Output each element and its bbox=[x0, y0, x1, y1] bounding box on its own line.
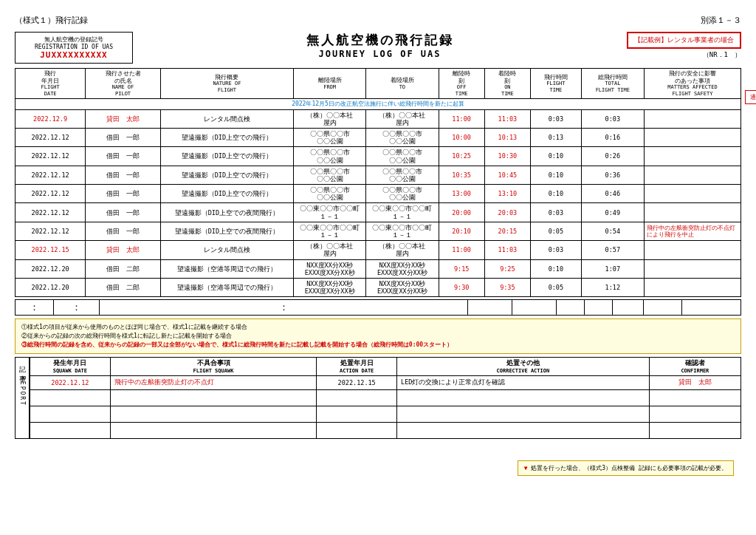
cell-nature: 望遠撮影（DID上空での飛行） bbox=[160, 128, 293, 146]
cell-safety bbox=[644, 203, 740, 222]
cell-on-time: 10:45 bbox=[484, 166, 530, 184]
table-row: 2022.12.20借田 二郎望遠撮影（空港等周辺での飛行）NXX度XX分XX秒… bbox=[16, 278, 741, 296]
cell-from: 〇〇東〇〇市〇〇町 １－１ bbox=[293, 222, 365, 240]
table-row: 2022.12.12借田 一郎望遠撮影（DID上空での夜間飛行）〇〇東〇〇市〇〇… bbox=[16, 203, 741, 222]
cell-pilot: 借田 一郎 bbox=[86, 147, 161, 166]
cell-nature: 望遠撮影（DID上空での夜間飛行） bbox=[160, 203, 293, 222]
cell-total-time: 0:03 bbox=[581, 109, 644, 128]
notice-text: 2022年12月5日の改正航空法施行に伴い総飛行時間を新たに起算 bbox=[16, 98, 741, 109]
cell-pilot: 借田 一郎 bbox=[86, 222, 161, 240]
cell-flight-time: 0:03 bbox=[530, 241, 581, 259]
cell-flight-time: 0:05 bbox=[530, 222, 581, 240]
cell-flight-time: 0:05 bbox=[530, 278, 581, 296]
cell-total-time: 0:26 bbox=[581, 147, 644, 166]
cell-to: 〇〇県〇〇市 〇〇公園 bbox=[366, 147, 439, 166]
header-date: 飛行年月日 FLIGHTDATE bbox=[16, 69, 86, 99]
cell-on-time: 10:13 bbox=[484, 128, 530, 146]
table-row: 2022.12.12借田 一郎望遠撮影（DID上空での飛行）〇〇県〇〇市 〇〇公… bbox=[16, 166, 741, 184]
cell-on-time: 20:15 bbox=[484, 222, 530, 240]
cell-date: 2022.12.9 bbox=[16, 109, 86, 128]
report-note-arrow: ▼ bbox=[524, 465, 528, 471]
cell-off-time: 10:00 bbox=[439, 128, 484, 146]
cell-off-time: 10:25 bbox=[439, 147, 484, 166]
cell-from: 〇〇県〇〇市 〇〇公園 bbox=[293, 185, 365, 203]
header-to: 着陸場所 TO bbox=[366, 69, 439, 99]
cell-pilot: 借田 一郎 bbox=[86, 185, 161, 203]
page-header: （様式１）飛行記録 別添１－３ bbox=[15, 15, 741, 26]
cell-on-time: 10:30 bbox=[484, 147, 530, 166]
registration-box: 無人航空機の登録記号 REGISTRATION ID OF UAS JUXXXX… bbox=[15, 32, 133, 64]
report-empty-row bbox=[30, 389, 741, 406]
cell-off-time: 11:00 bbox=[439, 109, 484, 128]
bottom-note-line3: ③総飛行時間の記録を含め、従来からの記録の一部又は全部がない場合で、様式1に総飛… bbox=[21, 341, 735, 350]
nr-text: （NR．1 ） bbox=[703, 50, 741, 60]
cell-on-time: 9:25 bbox=[484, 259, 530, 278]
report-header-confirmer: 確認者 CONFIRMER bbox=[649, 357, 740, 375]
table-row: 2022.12.15貸田 太郎レンタル間点検（株）〇〇本社 屋内（株）〇〇本社 … bbox=[16, 241, 741, 259]
cell-safety bbox=[644, 278, 740, 296]
report-cell-corrective: LED灯の交換により正常点灯を確認 bbox=[397, 375, 650, 389]
cell-on-time: 13:10 bbox=[484, 185, 530, 203]
flight-log-table: 飛行年月日 FLIGHTDATE 飛行させた者の氏名 NAME OFPILOT … bbox=[15, 68, 741, 297]
report-empty-row bbox=[30, 406, 741, 422]
cell-nature: 望遠撮影（DID上空での夜間飛行） bbox=[160, 222, 293, 240]
cell-total-time: 0:54 bbox=[581, 222, 644, 240]
cell-to: NXX度XX分XX秒 EXXX度XX分XX秒 bbox=[366, 259, 439, 278]
table-row: 2022.12.12借田 一郎望遠撮影（DID上空での夜間飛行）〇〇東〇〇市〇〇… bbox=[16, 222, 741, 240]
cell-pilot: 貸田 太郎 bbox=[86, 241, 161, 259]
report-label: 記 事 REPORT bbox=[15, 357, 30, 439]
cell-safety bbox=[644, 109, 740, 128]
dots-area: ： ： ： bbox=[15, 299, 741, 316]
cell-date: 2022.12.12 bbox=[16, 166, 86, 184]
cell-date: 2022.12.12 bbox=[16, 203, 86, 222]
cell-flight-time: 0:10 bbox=[530, 147, 581, 166]
header-from: 離陸場所 FROM bbox=[293, 69, 365, 99]
cell-safety bbox=[644, 241, 740, 259]
cell-flight-time: 0:03 bbox=[530, 203, 581, 222]
report-header-squawk-date: 発生年月日 SQUAWK DATE bbox=[30, 357, 111, 375]
report-note-content: 処置を行った場合、（様式3）点検整備 記録にも必要事項の記載が必要。 bbox=[531, 465, 727, 471]
cell-pilot: 借田 一郎 bbox=[86, 203, 161, 222]
bottom-note: ①様式1の項目が従来から使用のものとほぼ同じ場合で、様式1に記載を継続する場合 … bbox=[15, 318, 741, 354]
cell-total-time: 0:46 bbox=[581, 185, 644, 203]
header-on-time: 着陸時刻 ONTIME bbox=[484, 69, 530, 99]
cell-from: （株）〇〇本社 屋内 bbox=[293, 109, 365, 128]
cell-off-time: 20:00 bbox=[439, 203, 484, 222]
cell-date: 2022.12.12 bbox=[16, 147, 86, 166]
table-row: 2022.12.12借田 一郎望遠撮影（DID上空での飛行）〇〇県〇〇市 〇〇公… bbox=[16, 147, 741, 166]
report-note-annotation: ▼ 処置を行った場合、（様式3）点検整備 記録にも必要事項の記載が必要。 bbox=[518, 460, 734, 476]
cell-off-time: 11:00 bbox=[439, 241, 484, 259]
bottom-note-line1: ①様式1の項目が従来から使用のものとほぼ同じ場合で、様式1に記載を継続する場合 bbox=[21, 323, 735, 332]
report-cell-action-date: 2022.12.15 bbox=[317, 375, 397, 389]
report-note-text: ▼ 処置を行った場合、（様式3）点検整備 記録にも必要事項の記載が必要。 bbox=[518, 460, 734, 476]
cell-nature: レンタル間点検 bbox=[160, 109, 293, 128]
cell-total-time: 0:49 bbox=[581, 203, 644, 222]
cell-date: 2022.12.20 bbox=[16, 259, 86, 278]
report-header-action-date: 処置年月日 ACTION DATE bbox=[317, 357, 397, 375]
cell-to: （株）〇〇本社 屋内 bbox=[366, 109, 439, 128]
cell-flight-time: 0:10 bbox=[530, 166, 581, 184]
cell-from: 〇〇東〇〇市〇〇町 １－１ bbox=[293, 203, 365, 222]
cell-from: 〇〇県〇〇市 〇〇公園 bbox=[293, 128, 365, 146]
cell-safety bbox=[644, 259, 740, 278]
cell-on-time: 11:03 bbox=[484, 109, 530, 128]
cell-from: NXX度XX分XX秒 EXXX度XX分XX秒 bbox=[293, 278, 365, 296]
main-title-jp: 無人航空機の飛行記録 bbox=[140, 32, 619, 49]
cell-pilot: 借田 一郎 bbox=[86, 166, 161, 184]
report-label-jp: 記 事 bbox=[18, 361, 27, 372]
table-row: 2022.12.9貸田 太郎レンタル間点検（株）〇〇本社 屋内（株）〇〇本社 屋… bbox=[16, 109, 741, 128]
cell-safety bbox=[644, 128, 740, 146]
page-header-right: 別添１－３ bbox=[701, 15, 741, 26]
header-nature: 飛行概要 NATURE OFFLIGHT bbox=[160, 69, 293, 99]
report-header-corrective: 処置その他 CORRECTIVE ACTION bbox=[397, 357, 650, 375]
report-header-row: 発生年月日 SQUAWK DATE 不具合事項 FLIGHT SQUAWK 処置… bbox=[30, 357, 741, 375]
notice-row: 2022年12月5日の改正航空法施行に伴い総飛行時間を新たに起算 bbox=[16, 98, 741, 109]
header-safety: 飛行の安全に影響のあった事項 MATTERS AFFECTEDFLIGHT SA… bbox=[644, 69, 740, 99]
cell-flight-time: 0:13 bbox=[530, 128, 581, 146]
cell-total-time: 0:57 bbox=[581, 241, 644, 259]
report-section: 記 事 REPORT 発生年月日 SQUAWK DATE 不具合事項 FLIGH… bbox=[15, 357, 741, 439]
cell-off-time: 10:35 bbox=[439, 166, 484, 184]
cell-flight-time: 0:03 bbox=[530, 109, 581, 128]
page-container: （様式１）飛行記録 別添１－３ 無人航空機の登録記号 REGISTRATION … bbox=[15, 15, 741, 439]
cell-off-time: 20:10 bbox=[439, 222, 484, 240]
